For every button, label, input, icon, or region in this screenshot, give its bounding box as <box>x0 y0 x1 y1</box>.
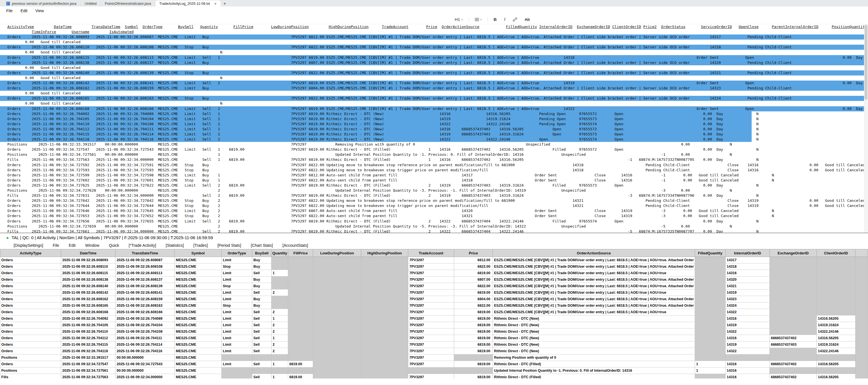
editor-line[interactable]: Orders2025-11-06 09:32:34.7276562025-11-… <box>0 219 864 224</box>
editor-line[interactable]: Orders2025-11-06 09:32:34.7276252025-11-… <box>0 183 864 188</box>
editor-line[interactable]: Orders2025-11-06 09:32:26.7041182025-11-… <box>0 137 864 142</box>
tal-menu-item[interactable]: Edit <box>69 243 75 248</box>
table-row[interactable]: Positions2025-11-06 09:32:33.39151700:00… <box>0 354 868 361</box>
editor-line[interactable]: Positions2025-11-06 09:32:34.72756100:00… <box>0 152 864 157</box>
column-header[interactable]: ClientOrderID <box>817 249 856 257</box>
editor-line[interactable]: Orders2025-11-06 09:32:26.7041122025-11-… <box>0 127 864 132</box>
editor-line[interactable]: Orders2025-11-06 09:32:34.7276022025-11-… <box>0 178 864 183</box>
editor-line[interactable]: Orders2025-11-06 09:32:26.7040922025-11-… <box>0 111 864 116</box>
column-header[interactable]: DateTime <box>61 249 116 257</box>
editor-line[interactable]: Orders2025-11-06 09:32:34.7276462025-11-… <box>0 208 864 213</box>
column-header[interactable]: ActivityType <box>0 249 61 257</box>
editor[interactable]: ActivityTypeDateTimeTransDateTimeSymbolO… <box>0 24 868 233</box>
editor-line[interactable]: 0.00Good till CanceledN <box>0 50 864 55</box>
editor-line[interactable]: Positions2025-11-06 09:32:34.72765900:00… <box>0 224 864 229</box>
editor-line[interactable]: Orders2025-11-06 09:32:34.7275922025-11-… <box>0 163 864 168</box>
tab[interactable]: PointsOfInterestIndicator.java <box>101 1 155 6</box>
table-row[interactable]: Orders2025-11-06 09:32:26.7041152025-11-… <box>0 342 868 348</box>
editor-scrollbar[interactable] <box>864 24 868 233</box>
editor-line[interactable]: Orders2025-11-06 09:32:26.6081382025-11-… <box>0 60 864 65</box>
table-row[interactable]: Orders2025-11-06 09:32:26.6081682025-11-… <box>0 309 868 315</box>
column-header[interactable]: BuySell <box>252 249 272 257</box>
tal-menu-item[interactable]: [DisplaySettings] <box>13 243 43 248</box>
new-tab-button[interactable]: + <box>221 1 229 6</box>
heading-button[interactable]: H1 ∨ <box>453 16 465 23</box>
tal-menu-item[interactable]: [Trades] <box>193 243 208 248</box>
column-header[interactable]: TradeAccount <box>408 249 454 257</box>
menu-item[interactable]: Edit <box>17 8 31 14</box>
link-button[interactable] <box>511 16 519 23</box>
editor-line[interactable]: Orders2025-11-06 09:32:26.6081102025-11-… <box>0 45 864 50</box>
editor-line[interactable]: Orders2025-11-06 09:32:34.7276532025-11-… <box>0 213 864 218</box>
tab[interactable]: previous version of pointsofinflection.j… <box>2 1 81 6</box>
editor-line[interactable]: Orders2025-11-06 09:32:26.6081422025-11-… <box>0 80 864 86</box>
editor-line[interactable]: Orders2025-11-06 09:32:26.6081622025-11-… <box>0 86 864 91</box>
tal-menu-item[interactable]: [Period Stats] <box>217 243 241 248</box>
editor-line[interactable]: 0.00Good till CanceledN <box>0 101 864 106</box>
editor-line[interactable]: Orders2025-11-06 09:32:26.7041152025-11-… <box>0 132 864 137</box>
editor-line[interactable]: Orders2025-11-06 09:32:26.6081402025-11-… <box>0 70 864 75</box>
editor-line[interactable]: 0.00Good till Canceled <box>0 65 864 70</box>
table-row[interactable]: Positions2025-11-06 09:32:34.72756100:00… <box>0 368 868 374</box>
tal-menu-item[interactable]: File <box>53 243 59 248</box>
table-row[interactable]: Orders2025-11-06 09:32:26.6081652025-11-… <box>0 303 868 309</box>
menu-item[interactable]: File <box>3 8 16 14</box>
column-header[interactable]: TransDateTime <box>116 249 175 257</box>
table-row[interactable]: Orders2025-11-06 09:32:26.6080932025-11-… <box>0 257 868 264</box>
editor-line[interactable]: TimeInForceUsernameIsAutomated <box>0 29 864 34</box>
column-header[interactable]: Price <box>454 249 493 257</box>
list-button[interactable]: ∨ <box>473 17 484 22</box>
table-row[interactable]: Orders2025-11-06 09:32:26.7041102025-11-… <box>0 328 868 335</box>
editor-line[interactable]: Orders2025-11-06 09:32:26.6081152025-11-… <box>0 55 864 60</box>
editor-line[interactable]: Fills2025-11-06 09:32:34.7275632025-11-0… <box>0 157 864 162</box>
italic-button[interactable]: I <box>502 16 507 23</box>
tab[interactable]: TradeActivityLog_2025-11-08.txt× <box>155 1 221 6</box>
table-row[interactable]: Orders2025-11-06 09:32:26.7041122025-11-… <box>0 335 868 342</box>
editor-line[interactable]: Orders2025-11-06 09:32:26.7041052025-11-… <box>0 116 864 121</box>
tal-menu-item[interactable]: Window <box>85 243 99 248</box>
table-row[interactable]: Orders2025-11-06 09:32:26.6081152025-11-… <box>0 270 868 276</box>
table-row[interactable]: Orders2025-11-06 09:32:26.6081102025-11-… <box>0 264 868 270</box>
table-row[interactable]: Orders2025-11-06 09:32:26.6081622025-11-… <box>0 296 868 303</box>
column-header[interactable]: FillPrice <box>288 249 313 257</box>
column-header[interactable]: OrderType <box>222 249 252 257</box>
table-row[interactable]: Orders2025-11-06 09:32:26.6081402025-11-… <box>0 283 868 289</box>
editor-line[interactable]: Positions2025-11-06 09:32:34.72762800:00… <box>0 188 864 193</box>
tal-menu-item[interactable]: [AccountStats] <box>283 243 308 248</box>
table-row[interactable]: Orders2025-11-06 09:32:34.7275472025-11-… <box>0 361 868 368</box>
tal-menu-item[interactable]: Quick <box>109 243 119 248</box>
column-header[interactable]: InternalOrderID <box>725 249 770 257</box>
column-header[interactable]: Quantity <box>272 249 288 257</box>
editor-line[interactable]: Orders2025-11-06 09:32:26.6081682025-11-… <box>0 106 864 111</box>
editor-line[interactable]: Fills2025-11-06 09:32:34.7276312025-11-0… <box>0 193 864 198</box>
editor-line[interactable]: Positions2025-11-06 09:32:33.39151700:00… <box>0 142 864 147</box>
editor-line[interactable]: 0.00Good till CanceledN <box>0 75 864 80</box>
editor-line[interactable]: Orders2025-11-06 09:32:26.7041102025-11-… <box>0 121 864 127</box>
bold-button[interactable]: B <box>492 16 498 23</box>
tab[interactable]: Untitled <box>81 1 101 6</box>
close-tab-icon[interactable]: × <box>214 2 217 6</box>
tal-menu-item[interactable]: [Statistics] <box>166 243 184 248</box>
clear-format-button[interactable]: Ab <box>523 16 531 23</box>
editor-line[interactable]: Orders2025-11-06 09:32:34.7276422025-11-… <box>0 198 864 203</box>
table-row[interactable]: Orders2025-11-06 09:32:26.7041052025-11-… <box>0 322 868 328</box>
editor-line[interactable]: Fills2025-11-06 09:32:34.7276612025-11-0… <box>0 229 864 233</box>
editor-line[interactable]: Orders2025-11-06 09:32:26.6080932025-11-… <box>0 34 864 40</box>
tal-menu-item[interactable]: [Chart Stats] <box>251 243 273 248</box>
column-header[interactable]: FilledQuantity <box>695 249 725 257</box>
editor-line[interactable]: 0.00Good till Canceled <box>0 40 864 45</box>
editor-line[interactable]: Orders2025-11-06 09:32:34.7275932025-11-… <box>0 168 864 173</box>
column-header[interactable]: HighDuringPosition <box>361 249 408 257</box>
table-row[interactable]: Orders2025-11-06 09:32:26.6081382025-11-… <box>0 276 868 283</box>
editor-line[interactable]: Orders2025-11-06 09:32:34.7275992025-11-… <box>0 173 864 178</box>
editor-line[interactable]: Orders2025-11-06 09:32:26.6081652025-11-… <box>0 96 864 101</box>
editor-line[interactable]: Orders2025-11-06 09:32:34.7275472025-11-… <box>0 147 864 152</box>
table-row[interactable]: Orders2025-11-06 09:32:26.7041182025-11-… <box>0 348 868 354</box>
table-row[interactable]: Fills2025-11-06 09:32:34.7275632025-11-0… <box>0 374 868 379</box>
column-header[interactable]: OrderActionSource <box>493 249 695 257</box>
column-header[interactable]: LowDuringPosition <box>313 249 361 257</box>
table-row[interactable]: Orders2025-11-06 09:32:26.6081422025-11-… <box>0 289 868 296</box>
menu-item[interactable]: View <box>32 8 47 14</box>
editor-line[interactable]: Orders2025-11-06 09:32:34.7276442025-11-… <box>0 203 864 208</box>
column-header[interactable]: ExchangeOrderID <box>770 249 817 257</box>
